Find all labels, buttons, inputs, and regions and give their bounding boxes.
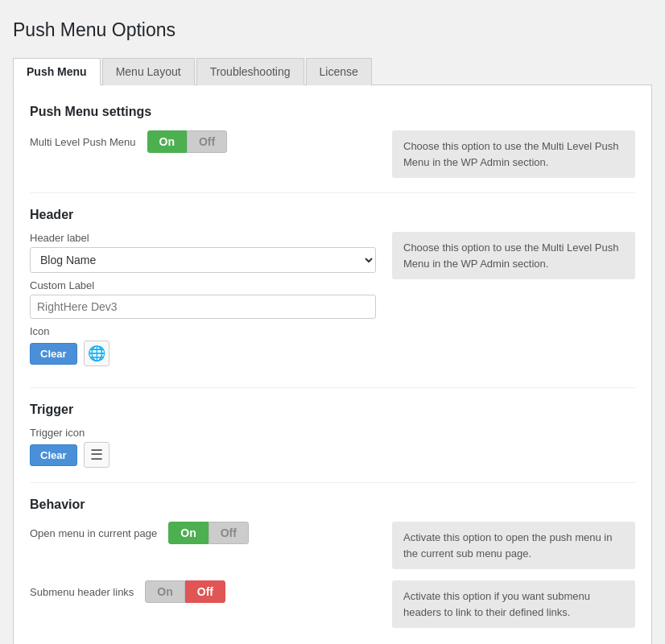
- behavior-section-title: Behavior: [30, 497, 635, 512]
- multi-level-on-btn[interactable]: On: [147, 130, 187, 153]
- tab-license[interactable]: License: [306, 58, 372, 85]
- submenu-off-btn[interactable]: Off: [185, 580, 225, 603]
- icon-row: Clear 🌐: [30, 341, 376, 366]
- submenu-help-box: Activate this option if you want submenu…: [392, 580, 635, 628]
- multi-level-label: Multi Level Push Menu: [30, 136, 136, 148]
- open-menu-off-btn[interactable]: Off: [209, 522, 249, 544]
- open-menu-toggle: On Off: [168, 522, 249, 544]
- multi-level-help-box: Choose this option to use the Multi Leve…: [392, 130, 635, 178]
- open-menu-label: Open menu in current page: [30, 527, 157, 539]
- icon-group: Icon Clear 🌐: [30, 325, 376, 366]
- trigger-icon-row: Clear ☰: [30, 442, 376, 468]
- divider-2: [30, 387, 635, 388]
- custom-label-input[interactable]: [30, 295, 376, 319]
- open-menu-help-box: Activate this option to open the push me…: [392, 522, 635, 569]
- icon-field-label: Icon: [30, 325, 376, 337]
- submenu-header-row: Submenu header links On Off Activate thi…: [30, 580, 635, 628]
- submenu-header-left: Submenu header links On Off: [30, 580, 376, 603]
- header-label-field-label: Header label: [30, 232, 376, 244]
- trigger-clear-button[interactable]: Clear: [30, 444, 77, 466]
- globe-icon: 🌐: [84, 341, 109, 366]
- open-menu-left: Open menu in current page On Off: [30, 522, 376, 544]
- header-label-group: Header label Blog Name Custom Label None: [30, 232, 376, 273]
- header-help: Choose this option to use the Multi Leve…: [392, 232, 635, 279]
- multi-level-off-btn[interactable]: Off: [187, 130, 227, 153]
- custom-label-group: Custom Label: [30, 279, 376, 319]
- divider-3: [30, 482, 635, 483]
- header-section-title: Header: [30, 208, 635, 222]
- custom-label-field-label: Custom Label: [30, 279, 376, 291]
- trigger-left: Trigger icon Clear ☰: [30, 427, 376, 468]
- tab-troubleshooting[interactable]: Troubleshooting: [196, 58, 304, 85]
- header-label-select[interactable]: Blog Name Custom Label None: [30, 247, 376, 273]
- content-panel: Push Menu settings Multi Level Push Menu…: [13, 85, 652, 644]
- tab-push-menu[interactable]: Push Menu: [13, 58, 101, 85]
- header-label-left: Header label Blog Name Custom Label None…: [30, 232, 376, 373]
- multi-level-left: Multi Level Push Menu On Off: [30, 130, 376, 153]
- open-menu-help: Activate this option to open the push me…: [392, 522, 635, 569]
- menu-icon: ☰: [84, 442, 109, 468]
- trigger-row: Trigger icon Clear ☰: [30, 427, 635, 468]
- tabs-bar: Push Menu Menu Layout Troubleshooting Li…: [13, 57, 652, 85]
- page-title: Push Menu Options: [13, 13, 652, 47]
- submenu-header-toggle: On Off: [145, 580, 225, 603]
- open-menu-row: Open menu in current page On Off Activat…: [30, 522, 635, 569]
- header-help-box: Choose this option to use the Multi Leve…: [392, 232, 635, 279]
- push-menu-settings-title: Push Menu settings: [30, 105, 635, 119]
- icon-clear-button[interactable]: Clear: [30, 343, 77, 365]
- multi-level-help: Choose this option to use the Multi Leve…: [392, 130, 635, 178]
- submenu-help: Activate this option if you want submenu…: [392, 580, 635, 628]
- trigger-icon-label: Trigger icon: [30, 427, 376, 439]
- divider-1: [30, 192, 635, 193]
- trigger-section-title: Trigger: [30, 402, 635, 417]
- multi-level-row: Multi Level Push Menu On Off Choose this…: [30, 130, 635, 178]
- open-menu-on-btn[interactable]: On: [168, 522, 208, 544]
- submenu-header-label: Submenu header links: [30, 586, 134, 598]
- header-label-row: Header label Blog Name Custom Label None…: [30, 232, 635, 373]
- submenu-on-btn[interactable]: On: [145, 580, 184, 603]
- multi-level-toggle: On Off: [147, 130, 228, 153]
- tab-menu-layout[interactable]: Menu Layout: [102, 58, 195, 85]
